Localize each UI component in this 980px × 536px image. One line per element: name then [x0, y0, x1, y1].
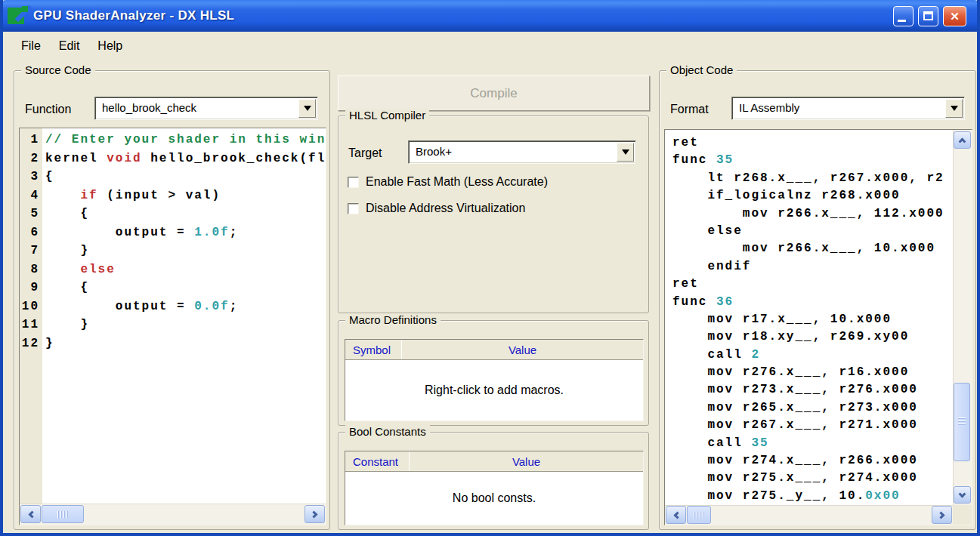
code-line: else — [45, 260, 326, 279]
app-window: GPU ShaderAnalyzer - DX HLSL ✕ File Edit… — [0, 0, 980, 536]
grip-icon — [57, 511, 68, 518]
title-bar[interactable]: GPU ShaderAnalyzer - DX HLSL ✕ — [0, 0, 980, 32]
chevron-down-icon — [304, 106, 311, 111]
code-line: mov r276.x___, r16.x000 — [672, 364, 953, 381]
bool-table-header: Constant Value — [345, 451, 643, 472]
line-number: 11 — [20, 316, 39, 334]
scrollbar-thumb[interactable] — [42, 505, 84, 523]
format-label: Format — [670, 103, 709, 116]
scroll-right-button[interactable] — [932, 506, 952, 524]
macro-table[interactable]: Symbol Value Right-click to add macros. — [345, 339, 644, 421]
grip-icon — [958, 417, 966, 427]
fast-math-checkbox-row: Enable Fast Math (Less Accurate) — [348, 175, 548, 189]
object-vertical-scrollbar[interactable] — [953, 130, 972, 505]
fast-math-checkbox[interactable] — [348, 177, 359, 188]
format-dropdown[interactable]: IL Assembly — [731, 97, 965, 120]
code-line: func 35 — [672, 152, 953, 169]
target-dropdown-button[interactable] — [617, 143, 634, 162]
chevron-down-icon — [959, 490, 966, 497]
code-line: mov r273.x___, r276.x000 — [672, 381, 953, 399]
object-code-viewer[interactable]: retfunc 35 lt r268.x___, r267.x000, r2 i… — [664, 129, 972, 525]
window-title: GPU ShaderAnalyzer - DX HLSL — [33, 8, 234, 23]
line-number: 3 — [20, 168, 39, 186]
menu-edit[interactable]: Edit — [51, 36, 88, 56]
code-line: output = 1.0f; — [45, 223, 326, 242]
maximize-button[interactable] — [918, 6, 938, 26]
scrollbar-corner — [953, 505, 972, 525]
macro-value-column-header[interactable]: Value — [402, 343, 643, 356]
target-dropdown-value: Brook+ — [416, 145, 452, 158]
source-code-group-title: Source Code — [21, 63, 95, 76]
compile-button[interactable]: Compile — [338, 75, 650, 111]
bool-table-empty-message[interactable]: No bool consts. — [345, 472, 643, 525]
bool-value-column-header[interactable]: Value — [410, 455, 643, 468]
target-label: Target — [348, 146, 382, 160]
menu-bar: File Edit Help — [3, 32, 977, 60]
code-line: output = 0.0f; — [45, 297, 326, 316]
close-button[interactable]: ✕ — [943, 6, 966, 26]
source-code-editor[interactable]: 123456789101112 // Enter your shader in … — [19, 128, 326, 525]
line-number: 9 — [20, 279, 39, 297]
macro-table-empty-message[interactable]: Right-click to add macros. — [345, 360, 643, 420]
scrollbar-thumb[interactable] — [687, 506, 711, 524]
format-dropdown-value: IL Assembly — [739, 101, 799, 114]
function-label: Function — [25, 103, 71, 116]
object-horizontal-scrollbar[interactable] — [665, 505, 953, 525]
code-line: lt r268.x___, r267.x000, r2 — [672, 170, 953, 187]
code-line: mov r17.x___, 10.x000 — [672, 311, 953, 328]
macro-table-header: Symbol Value — [345, 340, 643, 360]
bool-constants-group: Bool Constants Constant Value No bool co… — [338, 432, 649, 530]
scroll-left-button[interactable] — [20, 505, 41, 523]
scroll-left-button[interactable] — [666, 506, 686, 524]
scroll-down-button[interactable] — [954, 486, 971, 504]
line-number: 12 — [20, 334, 39, 353]
code-line: mov r265.x___, r273.x000 — [672, 399, 953, 417]
code-line: mov r275._y__, 10.0x00 — [672, 488, 953, 505]
line-number: 2 — [20, 149, 39, 168]
hlsl-compiler-group-title: HLSL Compiler — [345, 109, 429, 122]
macro-definitions-group: Macro Definitions Symbol Value Right-cli… — [338, 320, 649, 426]
format-dropdown-button[interactable] — [945, 99, 963, 118]
address-virtualization-label: Disable Address Virtualization — [366, 202, 525, 215]
code-line: call 35 — [672, 435, 953, 452]
bool-constants-group-title: Bool Constants — [345, 425, 430, 438]
menu-help[interactable]: Help — [90, 36, 130, 56]
line-number: 1 — [20, 131, 39, 149]
address-virtualization-checkbox-row: Disable Address Virtualization — [348, 202, 525, 215]
minimize-button[interactable] — [893, 6, 914, 26]
code-line: mov r267.x___, r271.x000 — [672, 417, 953, 434]
scrollbar-thumb[interactable] — [954, 383, 970, 461]
fast-math-label: Enable Fast Math (Less Accurate) — [366, 175, 548, 189]
code-line: if (input > val) — [45, 186, 326, 205]
line-number: 10 — [20, 297, 39, 316]
chevron-left-icon — [28, 510, 36, 518]
chevron-left-icon — [673, 511, 681, 519]
scroll-up-button[interactable] — [954, 131, 971, 149]
code-line: mov r18.xy__, r269.xy00 — [672, 328, 953, 346]
code-line: { — [45, 205, 326, 223]
function-dropdown[interactable]: hello_brook_check — [94, 97, 318, 120]
object-code-text[interactable]: retfunc 35 lt r268.x___, r267.x000, r2 i… — [665, 130, 953, 505]
code-line: { — [45, 279, 326, 297]
object-code-group: Object Code Format IL Assembly retfunc 3… — [659, 70, 976, 530]
macro-symbol-column-header[interactable]: Symbol — [345, 343, 391, 356]
code-line: // Enter your shader in this win — [45, 131, 326, 149]
scroll-right-button[interactable] — [305, 505, 325, 523]
source-horizontal-scrollbar[interactable] — [20, 504, 326, 525]
close-icon: ✕ — [950, 10, 960, 23]
maximize-icon — [923, 11, 933, 20]
function-dropdown-button[interactable] — [298, 99, 316, 118]
bool-table[interactable]: Constant Value No bool consts. — [345, 451, 644, 525]
code-line: mov r266.x___, 112.x000 — [672, 205, 953, 223]
target-dropdown[interactable]: Brook+ — [408, 140, 636, 164]
chevron-down-icon — [622, 149, 629, 155]
code-line: mov r266.x___, 10.x000 — [672, 240, 953, 257]
menu-file[interactable]: File — [14, 36, 48, 56]
minimize-icon — [898, 20, 906, 22]
code-line: } — [45, 334, 326, 353]
code-line: if_logicalnz r268.x000 — [672, 187, 953, 205]
bool-constant-column-header[interactable]: Constant — [345, 455, 398, 468]
hlsl-compiler-group: HLSL Compiler Target Brook+ Enable Fast … — [338, 116, 649, 313]
source-code-text[interactable]: // Enter your shader in this winkernel v… — [42, 128, 326, 504]
address-virtualization-checkbox[interactable] — [348, 203, 359, 214]
